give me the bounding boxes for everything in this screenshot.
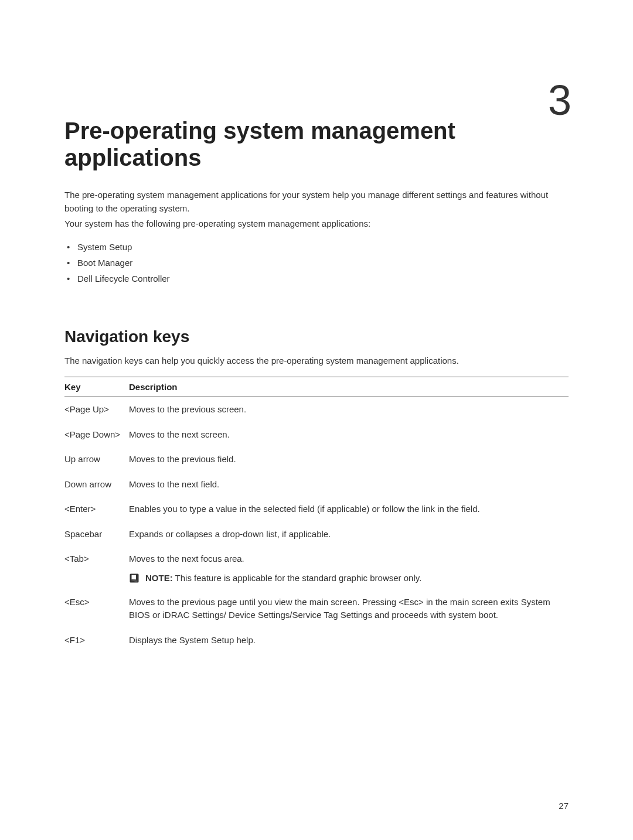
table-header-description: Description [129,377,569,397]
table-cell-key: <Enter> [64,497,129,522]
table-cell-key: Down arrow [64,472,129,497]
table-cell-description: Displays the System Setup help. [129,628,569,653]
chapter-number: 3 [548,76,571,124]
bullet-item: System Setup [64,239,569,255]
table-row: <F1> Displays the System Setup help. [64,628,569,653]
note-label: NOTE: [145,573,173,583]
page-number: 27 [559,801,569,811]
intro-paragraph-1: The pre-operating system management appl… [64,189,569,215]
bullet-item: Boot Manager [64,255,569,271]
table-cell-description: Moves to the next focus area. NOTE: This… [129,547,569,590]
note-body: This feature is applicable for the stand… [173,573,422,583]
intro-paragraph-2: Your system has the following pre-operat… [64,217,569,231]
table-cell-description: Enables you to type a value in the selec… [129,497,569,522]
navigation-keys-table: Key Description <Page Up> Moves to the p… [64,377,569,653]
table-cell-key: <Tab> [64,547,129,590]
note-icon [129,573,139,583]
table-cell-description: Expands or collapses a drop-down list, i… [129,522,569,547]
table-cell-key: <Page Down> [64,422,129,448]
table-row: <Page Up> Moves to the previous screen. [64,397,569,422]
bullet-item: Dell Lifecycle Controller [64,271,569,286]
section-heading: Navigation keys [64,327,569,346]
table-cell-key: <Page Up> [64,397,129,422]
table-row: <Tab> Moves to the next focus area. NOTE… [64,547,569,590]
table-row: <Page Down> Moves to the next screen. [64,422,569,448]
table-row: Down arrow Moves to the next field. [64,472,569,497]
table-cell-key: Up arrow [64,447,129,472]
table-row: <Enter> Enables you to type a value in t… [64,497,569,522]
table-cell-description-text: Moves to the next focus area. [129,554,244,564]
table-header-key: Key [64,377,129,397]
note-block: NOTE: This feature is applicable for the… [129,572,563,584]
table-cell-key: Spacebar [64,522,129,547]
table-cell-key: <Esc> [64,590,129,628]
table-row: Up arrow Moves to the previous field. [64,447,569,472]
chapter-title: Pre-operating system management applicat… [64,117,569,171]
table-cell-description: Moves to the previous field. [129,447,569,472]
table-cell-key: <F1> [64,628,129,653]
table-cell-description: Moves to the previous screen. [129,397,569,422]
intro-bullet-list: System Setup Boot Manager Dell Lifecycle… [64,239,569,286]
table-cell-description: Moves to the next screen. [129,422,569,448]
section-intro: The navigation keys can help you quickly… [64,354,569,368]
table-row: Spacebar Expands or collapses a drop-dow… [64,522,569,547]
table-cell-description: Moves to the previous page until you vie… [129,590,569,628]
table-cell-description: Moves to the next field. [129,472,569,497]
table-row: <Esc> Moves to the previous page until y… [64,590,569,628]
note-text: NOTE: This feature is applicable for the… [145,572,421,584]
